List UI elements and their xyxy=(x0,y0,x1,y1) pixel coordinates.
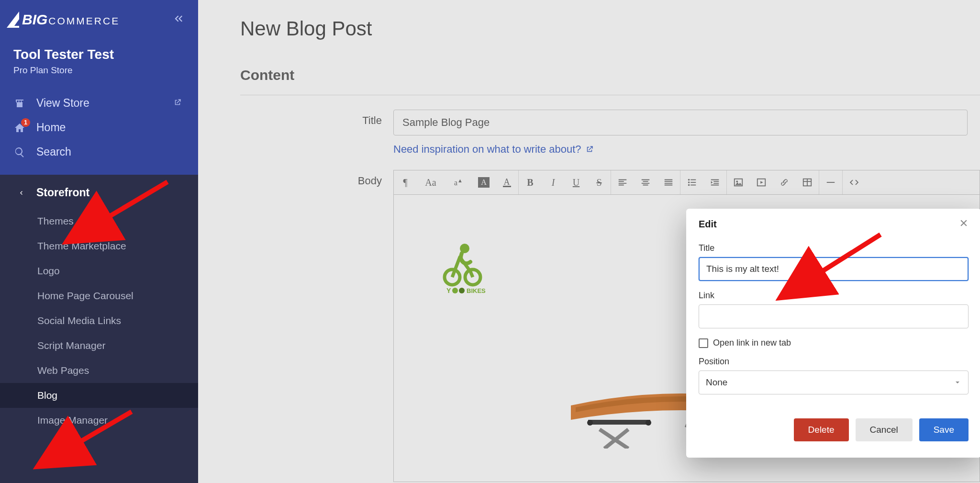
sidebar-item-home[interactable]: Home 1 xyxy=(0,115,198,140)
svg-point-21 xyxy=(587,420,593,426)
modal-position-label: Position xyxy=(699,357,969,367)
tb-bold-button[interactable]: B xyxy=(519,170,542,194)
sidebar-item-social-media-links[interactable]: Social Media Links xyxy=(0,308,198,333)
tb-source-code-button[interactable] xyxy=(843,170,866,194)
brand-text-rest: COMMERCE xyxy=(48,15,120,27)
tb-font-size-button[interactable]: a▲ xyxy=(445,170,472,194)
title-input[interactable] xyxy=(393,110,968,135)
svg-rect-3 xyxy=(690,182,696,183)
chevron-left-icon xyxy=(17,189,25,197)
svg-line-27 xyxy=(816,235,880,275)
modal-new-tab-checkbox[interactable] xyxy=(699,338,708,348)
store-info: Tool Tester Test Pro Plan Store xyxy=(0,28,198,76)
chevron-down-icon xyxy=(954,379,961,386)
tb-text-color-button[interactable]: A xyxy=(495,170,518,194)
modal-link-input[interactable] xyxy=(699,304,969,328)
brand-triangle-icon xyxy=(7,11,19,28)
store-name: Tool Tester Test xyxy=(13,47,185,62)
tb-align-left-button[interactable] xyxy=(611,170,634,194)
close-icon xyxy=(959,218,969,228)
tb-align-justify-button[interactable] xyxy=(657,170,680,194)
title-field-row: Title xyxy=(240,95,980,135)
external-link-icon xyxy=(173,97,182,110)
modal-position-select[interactable]: None xyxy=(699,371,969,394)
tb-horizontal-rule-button[interactable] xyxy=(819,170,842,194)
svg-point-18 xyxy=(459,288,465,293)
svg-line-26 xyxy=(74,412,132,445)
sidebar-subnav: Themes Theme Marketplace Logo Home Page … xyxy=(0,209,198,433)
embedded-image-logo[interactable]: Y BIKES xyxy=(442,238,490,295)
svg-point-22 xyxy=(646,420,651,426)
store-plan: Pro Plan Store xyxy=(13,65,185,76)
inspiration-link[interactable]: Need inspiration on what to write about? xyxy=(393,143,594,156)
modal-save-button[interactable]: Save xyxy=(919,418,969,441)
tb-paragraph-button[interactable]: ¶ xyxy=(394,170,417,194)
annotation-arrow-blog xyxy=(62,407,139,461)
tb-insert-link-button[interactable] xyxy=(773,170,796,194)
sidebar-item-label: View Store xyxy=(36,97,89,110)
svg-rect-12 xyxy=(827,182,835,183)
modal-new-tab-label: Open link in new tab xyxy=(713,338,791,348)
content-section-title: Content xyxy=(198,40,980,95)
modal-cancel-button[interactable]: Cancel xyxy=(856,418,913,441)
tb-indent-button[interactable] xyxy=(703,170,726,194)
tb-insert-image-button[interactable] xyxy=(727,170,750,194)
tb-underline-button[interactable]: U xyxy=(565,170,588,194)
inspiration-link-text: Need inspiration on what to write about? xyxy=(393,143,581,156)
modal-position-value: None xyxy=(706,377,727,388)
modal-title: Edit xyxy=(699,219,717,230)
svg-rect-1 xyxy=(690,180,696,180)
svg-point-0 xyxy=(688,179,690,181)
sidebar-item-label: Home xyxy=(36,121,66,134)
svg-point-7 xyxy=(736,180,738,182)
page-title: New Blog Post xyxy=(198,0,980,40)
sidebar-item-search[interactable]: Search xyxy=(0,140,198,164)
sidebar-section-label: Storefront xyxy=(36,186,89,199)
svg-text:Y: Y xyxy=(446,287,451,294)
tb-insert-table-button[interactable] xyxy=(796,170,819,194)
external-link-icon xyxy=(585,145,594,154)
tb-italic-button[interactable]: I xyxy=(542,170,565,194)
modal-new-tab-row[interactable]: Open link in new tab xyxy=(699,338,969,348)
tb-strikethrough-button[interactable]: S xyxy=(588,170,611,194)
modal-link-label: Link xyxy=(699,291,969,301)
home-badge: 1 xyxy=(21,118,30,127)
svg-rect-20 xyxy=(588,420,650,425)
svg-point-17 xyxy=(452,288,458,293)
tb-list-bullet-button[interactable] xyxy=(680,170,703,194)
sidebar-item-view-store[interactable]: View Store xyxy=(0,91,198,115)
sidebar-item-web-pages[interactable]: Web Pages xyxy=(0,358,198,383)
brand-logo[interactable]: BIG COMMERCE xyxy=(7,11,120,28)
svg-text:BIKES: BIKES xyxy=(467,287,486,294)
sidebar-item-logo[interactable]: Logo xyxy=(0,258,198,283)
tb-insert-video-button[interactable] xyxy=(750,170,773,194)
svg-point-13 xyxy=(465,270,480,285)
tb-background-color-button[interactable]: A xyxy=(472,170,495,194)
svg-line-25 xyxy=(103,182,167,220)
modal-delete-button[interactable]: Delete xyxy=(794,418,849,441)
title-label: Title xyxy=(240,110,393,127)
store-icon xyxy=(13,97,26,110)
annotation-arrow-storefront xyxy=(91,177,177,236)
modal-close-button[interactable] xyxy=(959,218,969,230)
editor-toolbar: ¶ Aa a▲ A A B I U S xyxy=(393,170,980,195)
svg-rect-5 xyxy=(690,185,696,186)
svg-point-2 xyxy=(688,181,690,183)
sidebar-item-home-page-carousel[interactable]: Home Page Carousel xyxy=(0,283,198,308)
body-label: Body xyxy=(240,170,393,187)
sidebar-item-blog[interactable]: Blog xyxy=(0,383,198,408)
sidebar-item-theme-marketplace[interactable]: Theme Marketplace xyxy=(0,234,198,258)
search-icon xyxy=(13,146,26,158)
svg-point-4 xyxy=(688,184,690,186)
sidebar-item-script-manager[interactable]: Script Manager xyxy=(0,333,198,358)
tb-align-center-button[interactable] xyxy=(634,170,657,194)
collapse-sidebar-icon[interactable] xyxy=(172,12,185,27)
brand-text-big: BIG xyxy=(22,11,47,28)
annotation-arrow-title-input xyxy=(804,230,890,289)
sidebar-item-label: Search xyxy=(36,146,71,158)
sidebar-header: BIG COMMERCE Tool Tester Test Pro Plan S… xyxy=(0,0,198,175)
tb-font-family-button[interactable]: Aa xyxy=(417,170,445,194)
